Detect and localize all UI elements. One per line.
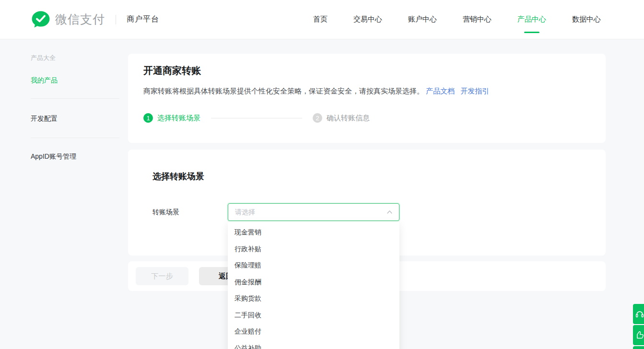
dropdown-option-enterprise-compensation[interactable]: 企业赔付: [228, 324, 399, 340]
brand-name: 微信支付: [55, 12, 105, 27]
logo-divider: [116, 15, 116, 24]
step-1-number: 1: [143, 113, 153, 123]
chevron-up-icon: [386, 209, 393, 215]
page: 微信支付 商户平台 首页 交易中心 账户中心 营销中心 产品中心 数据中心 产品…: [0, 0, 644, 349]
dropdown-option-procurement[interactable]: 采购货款: [228, 291, 399, 307]
nav-item-product-center[interactable]: 产品中心: [517, 0, 546, 39]
step-indicator: 1 选择转账场景 2 确认转账信息: [143, 113, 370, 123]
step-1-select-scene: 1 选择转账场景: [143, 113, 200, 123]
sidebar-item-dev-config[interactable]: 开发配置: [31, 115, 58, 123]
nav-item-data-center[interactable]: 数据中心: [572, 0, 601, 39]
nav-item-trade-center[interactable]: 交易中心: [353, 0, 382, 39]
sidebar-divider: [31, 138, 119, 138]
feedback-icon: [634, 330, 644, 340]
intro-card: 开通商家转账 商家转账将根据具体转账场景提供个性化安全策略，保证资金安全，请按真…: [128, 54, 606, 143]
section-title: 选择转账场景: [152, 171, 204, 182]
dropdown-option-secondhand-recycle[interactable]: 二手回收: [228, 307, 399, 324]
transfer-scene-dropdown: 现金营销 行政补贴 保险理赔 佣金报酬 采购货款 二手回收 企业赔付 公益补助: [228, 221, 399, 349]
product-doc-link[interactable]: 产品文档: [426, 87, 455, 95]
customer-service-icon: [634, 309, 644, 319]
select-placeholder: 请选择: [235, 208, 386, 217]
customer-service-button[interactable]: [633, 304, 644, 324]
step-2-label: 确认转账信息: [327, 114, 370, 123]
dev-guide-link[interactable]: 开发指引: [460, 87, 489, 95]
transfer-scene-select[interactable]: 请选择: [228, 203, 399, 221]
more-button[interactable]: [633, 346, 644, 349]
sidebar-divider: [31, 98, 119, 99]
step-1-label: 选择转账场景: [157, 114, 200, 123]
sidebar-item-appid-management[interactable]: AppID账号管理: [31, 152, 76, 161]
feedback-button[interactable]: [633, 325, 644, 345]
next-step-button[interactable]: 下一步: [136, 267, 188, 285]
top-nav: 首页 交易中心 账户中心 营销中心 产品中心 数据中心: [313, 0, 601, 39]
nav-item-marketing-center[interactable]: 营销中心: [463, 0, 492, 39]
portal-name: 商户平台: [127, 14, 159, 24]
step-2-number: 2: [313, 113, 322, 123]
sidebar-item-my-products[interactable]: 我的产品: [31, 76, 58, 85]
nav-item-home[interactable]: 首页: [313, 0, 328, 39]
step-2-confirm-info: 2 确认转账信息: [313, 113, 370, 123]
dropdown-option-admin-subsidy[interactable]: 行政补贴: [228, 241, 399, 258]
dropdown-option-public-welfare[interactable]: 公益补助: [228, 340, 399, 349]
dropdown-option-cash-marketing[interactable]: 现金营销: [228, 224, 399, 241]
page-description: 商家转账将根据具体转账场景提供个性化安全策略，保证资金安全，请按真实场景选择。 …: [143, 86, 489, 96]
dropdown-option-commission[interactable]: 佣金报酬: [228, 274, 399, 291]
step-connector-line: [211, 118, 302, 118]
transfer-scene-label: 转账场景: [152, 208, 179, 217]
description-text: 商家转账将根据具体转账场景提供个性化安全策略，保证资金安全，请按真实场景选择。: [143, 87, 424, 95]
nav-item-account-center[interactable]: 账户中心: [408, 0, 437, 39]
top-header: 微信支付 商户平台 首页 交易中心 账户中心 营销中心 产品中心 数据中心: [0, 0, 644, 39]
page-title: 开通商家转账: [143, 64, 201, 77]
dropdown-option-insurance-claim[interactable]: 保险理赔: [228, 257, 399, 274]
sidebar-section-products: 产品大全: [31, 54, 56, 62]
brand-logo[interactable]: 微信支付 商户平台: [31, 0, 159, 39]
wechat-pay-logo-icon: [31, 10, 50, 29]
